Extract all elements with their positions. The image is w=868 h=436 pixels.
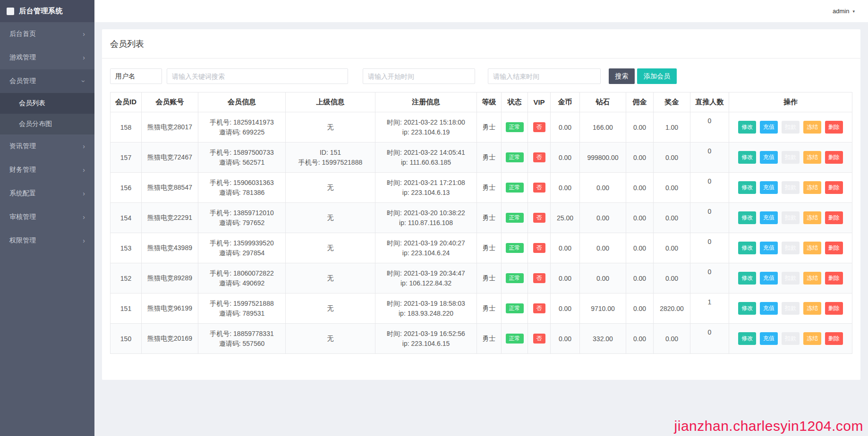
vip-cell: 否 xyxy=(528,173,551,203)
vip-badge: 否 xyxy=(533,273,545,283)
deduct-button[interactable]: 扣款 xyxy=(782,211,800,224)
deduct-button[interactable]: 扣款 xyxy=(782,302,800,315)
status-cell: 正常 xyxy=(502,263,528,293)
vip-badge: 否 xyxy=(533,213,545,223)
phone-line: 手机号: 15897500733 xyxy=(199,148,284,158)
chevron-right-icon: › xyxy=(83,54,85,61)
filter-bar: 用户名 搜索 添加会员 xyxy=(102,59,860,92)
edit-button[interactable]: 修改 xyxy=(738,302,756,315)
recharge-button[interactable]: 充值 xyxy=(760,121,778,134)
deduct-button[interactable]: 扣款 xyxy=(782,181,800,194)
register-info-cell: 时间: 2021-03-22 14:05:41 ip: 111.60.63.18… xyxy=(375,143,477,173)
sidebar-item-members[interactable]: 会员管理 › xyxy=(0,69,94,93)
keyword-search-input[interactable] xyxy=(167,68,348,84)
deduct-button[interactable]: 扣款 xyxy=(782,242,800,254)
edit-button[interactable]: 修改 xyxy=(738,151,756,164)
commission-cell: 0.00 xyxy=(626,203,654,233)
register-ip-line: ip: 223.104.6.15 xyxy=(376,339,476,349)
topbar: admin ▾ xyxy=(94,0,868,22)
parent-line-1: 无 xyxy=(287,303,374,313)
status-cell: 正常 xyxy=(502,233,528,263)
recharge-button[interactable]: 充值 xyxy=(760,211,778,224)
delete-button[interactable]: 删除 xyxy=(825,302,843,315)
sidebar-item-dashboard[interactable]: 后台首页 › xyxy=(0,22,94,46)
end-time-input[interactable] xyxy=(488,68,601,84)
status-cell: 正常 xyxy=(502,173,528,203)
member-table: 会员ID 会员账号 会员信息 上级信息 注册信息 等级 状态 VIP 金币 钻石… xyxy=(110,92,852,354)
sidebar-item-system[interactable]: 系统配置 › xyxy=(0,182,94,205)
operations-cell: 修改 充值 扣款 冻结 删除 xyxy=(729,203,852,233)
deduct-button[interactable]: 扣款 xyxy=(782,272,800,285)
deduct-button[interactable]: 扣款 xyxy=(782,151,800,164)
delete-button[interactable]: 删除 xyxy=(825,151,843,164)
deduct-button[interactable]: 扣款 xyxy=(782,332,800,345)
freeze-button[interactable]: 冻结 xyxy=(803,272,821,285)
chevron-down-icon: › xyxy=(81,80,87,83)
freeze-button[interactable]: 冻结 xyxy=(803,151,821,164)
delete-button[interactable]: 删除 xyxy=(825,242,843,254)
sidebar-item-audit[interactable]: 审核管理 › xyxy=(0,205,94,229)
sidebar-item-news[interactable]: 资讯管理 › xyxy=(0,134,94,158)
sidebar-item-games[interactable]: 游戏管理 › xyxy=(0,46,94,69)
referrals-cell: 0 xyxy=(690,263,729,293)
freeze-button[interactable]: 冻结 xyxy=(803,211,821,224)
status-cell: 正常 xyxy=(502,203,528,233)
start-time-input[interactable] xyxy=(363,68,475,84)
edit-button[interactable]: 修改 xyxy=(738,332,756,345)
freeze-button[interactable]: 冻结 xyxy=(803,332,821,345)
referrals-cell: 1 xyxy=(690,293,729,324)
invite-code-line: 邀请码: 297854 xyxy=(199,248,284,258)
recharge-button[interactable]: 充值 xyxy=(760,242,778,254)
edit-button[interactable]: 修改 xyxy=(738,272,756,285)
delete-button[interactable]: 删除 xyxy=(825,332,843,345)
recharge-button[interactable]: 充值 xyxy=(760,332,778,345)
member-info-cell: 手机号: 18259141973 邀请码: 699225 xyxy=(198,112,286,143)
deduct-button[interactable]: 扣款 xyxy=(782,121,800,134)
col-referrals: 直推人数 xyxy=(690,92,729,112)
vip-cell: 否 xyxy=(528,143,551,173)
operations-cell: 修改 充值 扣款 冻结 删除 xyxy=(729,324,852,354)
col-level: 等级 xyxy=(477,92,502,112)
recharge-button[interactable]: 充值 xyxy=(760,181,778,194)
edit-button[interactable]: 修改 xyxy=(738,242,756,254)
edit-button[interactable]: 修改 xyxy=(738,121,756,134)
search-button[interactable]: 搜索 xyxy=(609,68,635,84)
register-ip-line: ip: 111.60.63.185 xyxy=(376,158,476,168)
delete-button[interactable]: 删除 xyxy=(825,181,843,194)
sidebar-subitem-label: 会员分布图 xyxy=(19,120,52,128)
gold-cell: 0.00 xyxy=(551,324,580,354)
delete-button[interactable]: 删除 xyxy=(825,272,843,285)
col-operations: 操作 xyxy=(729,92,852,112)
operations-cell: 修改 充值 扣款 冻结 删除 xyxy=(729,173,852,203)
recharge-button[interactable]: 充值 xyxy=(760,151,778,164)
sidebar-item-permissions[interactable]: 权限管理 › xyxy=(0,229,94,252)
freeze-button[interactable]: 冻结 xyxy=(803,242,821,254)
sidebar-subitem-member-list[interactable]: 会员列表 xyxy=(0,93,94,114)
delete-button[interactable]: 删除 xyxy=(825,121,843,134)
recharge-button[interactable]: 充值 xyxy=(760,272,778,285)
register-time-line: 时间: 2021-03-22 14:05:41 xyxy=(376,148,476,158)
diamond-cell: 9710.00 xyxy=(580,293,626,324)
bonus-cell: 0.00 xyxy=(654,143,690,173)
account-cell: 熊猫电竞22291 xyxy=(142,203,198,233)
sidebar-item-label: 系统配置 xyxy=(9,189,36,198)
chevron-right-icon: › xyxy=(83,167,85,173)
freeze-button[interactable]: 冻结 xyxy=(803,181,821,194)
vip-cell: 否 xyxy=(528,324,551,354)
user-menu[interactable]: admin ▾ xyxy=(833,0,855,22)
freeze-button[interactable]: 冻结 xyxy=(803,121,821,134)
member-id-cell: 157 xyxy=(111,143,142,173)
parent-line-1: ID: 151 xyxy=(287,148,374,158)
delete-button[interactable]: 删除 xyxy=(825,211,843,224)
recharge-button[interactable]: 充值 xyxy=(760,302,778,315)
add-member-button[interactable]: 添加会员 xyxy=(637,68,677,84)
vip-badge: 否 xyxy=(533,122,545,132)
freeze-button[interactable]: 冻结 xyxy=(803,302,821,315)
sidebar-item-finance[interactable]: 财务管理 › xyxy=(0,158,94,182)
invite-code-line: 邀请码: 490692 xyxy=(199,278,284,288)
col-bonus: 奖金 xyxy=(654,92,690,112)
edit-button[interactable]: 修改 xyxy=(738,181,756,194)
sidebar-subitem-member-map[interactable]: 会员分布图 xyxy=(0,114,94,134)
member-id-cell: 156 xyxy=(111,173,142,203)
edit-button[interactable]: 修改 xyxy=(738,211,756,224)
